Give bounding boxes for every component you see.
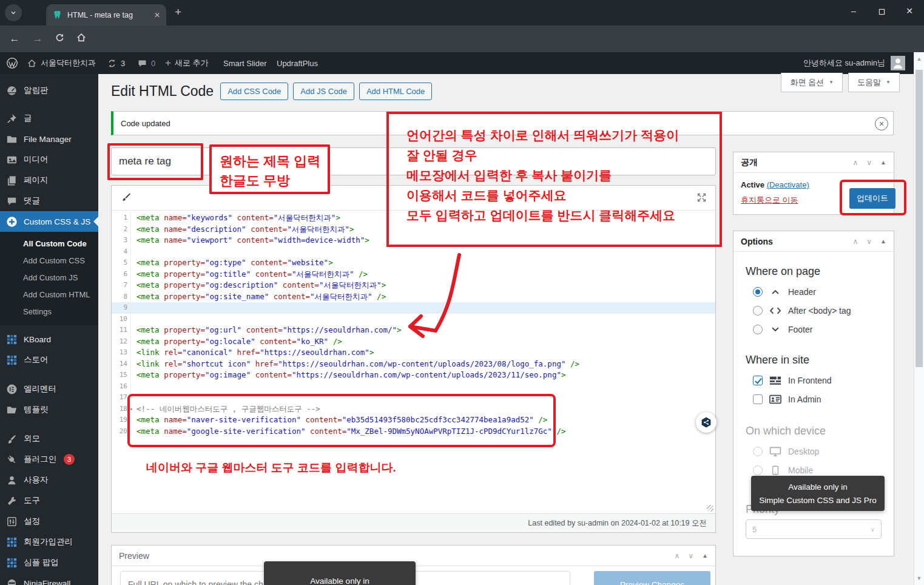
checkbox-in-admin[interactable] [753,394,763,404]
beautify-brush-icon[interactable] [120,192,132,203]
site-menu[interactable]: 서울닥터한치과 [27,52,96,74]
preview-changes-button[interactable]: Preview Changes [594,571,710,585]
smart-slider-menu[interactable]: Smart Slider [223,52,267,74]
sidebar-item-users[interactable]: 사용자 [0,470,98,490]
wp-logo-menu[interactable] [6,52,18,74]
code-line-14[interactable]: 14<link rel="shortcut icon" href="https:… [112,359,715,370]
submenu-item-add-custom-js[interactable]: Add Custom JS [0,269,98,286]
sidebar-item-plugins[interactable]: 플러그인3 [0,449,98,470]
scrollbar-thumb[interactable] [916,70,923,367]
updraftplus-menu[interactable]: UpdraftPlus [277,52,318,74]
tab-close-icon[interactable]: ✕ [154,11,160,19]
move-up-icon[interactable]: ∧ [853,158,858,167]
window-maximize-button[interactable] [872,7,891,17]
sidebar-item-store[interactable]: 스토어 [0,350,98,370]
updates-menu[interactable]: 3 [107,52,125,74]
new-tab-button[interactable]: + [175,5,181,19]
add-css-code-button[interactable]: Add CSS Code [220,83,288,100]
submenu-item-add-custom-html[interactable]: Add Custom HTML [0,286,98,303]
screen-options-tab[interactable]: 화면 옵션▼ [781,73,843,92]
move-down-icon[interactable]: ∨ [866,158,872,167]
window-minimize-button[interactable]: – [845,6,863,16]
add-js-code-button[interactable]: Add JS Code [293,83,354,100]
sidebar-item-ninjafirewall[interactable]: NinjaFirewall [0,573,98,585]
move-down-icon[interactable]: ∨ [866,237,872,246]
annotation-instructions-line: 메모장에서 입력한 후 복사 붙이기를 [406,165,722,185]
editor-resize-handle[interactable] [707,505,713,512]
code-line-13[interactable]: 13<link rel="canonical" href="https://se… [112,347,715,359]
sidebar-item-custom-css-js[interactable]: Custom CSS & JS [0,211,98,232]
sidebar-item-dashboard[interactable]: 알림판 [0,80,98,101]
screen-options-label: 화면 옵션 [790,77,824,88]
avatar [891,56,905,70]
checkbox-in-frontend[interactable] [753,376,763,385]
option-header[interactable]: Header [753,287,882,297]
sidebar-item-membership[interactable]: 회원가입관리 [0,532,98,552]
last-edited-text: Last edited by su-admin on 2024-01-02 at… [528,518,707,529]
scroll-up-arrow[interactable]: ▲ [914,56,924,62]
reload-button[interactable] [53,32,66,44]
sidebar-item-label: 스토어 [24,354,49,365]
pages-icon [6,175,18,186]
tab-search-button[interactable] [5,4,22,21]
my-account-menu[interactable]: 안녕하세요 su-admin님 [803,52,905,74]
scroll-down-arrow[interactable]: ▼ [914,575,924,581]
forward-button[interactable]: → [32,33,44,45]
option-after-body-tag[interactable]: After <body> tag [753,306,882,316]
sidebar-item-posts[interactable]: 글 [0,108,98,129]
move-up-icon[interactable]: ∧ [853,237,858,246]
collapse-toggle-icon[interactable]: ▲ [702,552,708,559]
floating-extension-badge[interactable] [696,412,717,433]
submenu-item-all-custom-code[interactable]: All Custom Code [0,235,98,252]
publish-panel-header[interactable]: 공개 ∧ ∨ ▲ [733,152,894,173]
sidebar-item-simple-popup[interactable]: 심플 팝업 [0,552,98,573]
new-content-menu[interactable]: + 새로 추가 [165,52,209,74]
notice-dismiss-button[interactable]: ✕ [875,117,888,130]
collapse-toggle-icon[interactable]: ▲ [880,238,886,245]
move-to-trash-link[interactable]: 휴지통으로 이동 [741,195,798,206]
sidebar-item-media[interactable]: 미디어 [0,149,98,170]
move-down-icon[interactable]: ∨ [688,552,693,560]
sidebar-item-tools[interactable]: 도구 [0,490,98,511]
sidebar-item-pages[interactable]: 페이지 [0,170,98,191]
page-scrollbar[interactable]: ▲ ▼ [914,52,924,585]
sidebar-item-templates[interactable]: 템플릿 [0,399,98,420]
sidebar-item-comments[interactable]: 댓글 [0,191,98,211]
radio-after-body-tag[interactable] [753,306,763,316]
submenu-item-add-custom-css[interactable]: Add Custom CSS [0,252,98,269]
back-button[interactable]: ← [8,33,21,45]
maximize-icon [878,8,885,15]
option-in-admin[interactable]: In Admin [753,394,882,404]
radio-footer[interactable] [753,325,763,334]
options-panel-header[interactable]: Options ∧ ∨ ▲ [733,231,894,252]
sidebar-item-file-manager[interactable]: File Manager [0,129,98,149]
move-up-icon[interactable]: ∧ [675,552,680,560]
window-close-button[interactable]: ✕ [900,6,919,16]
collapse-toggle-icon[interactable]: ▲ [880,159,886,166]
submenu-item-settings[interactable]: Settings [0,303,98,320]
sidebar-item-appearance[interactable]: 외모 [0,428,98,449]
radio-mobile[interactable] [753,465,763,475]
help-tab[interactable]: 도움말▼ [848,73,900,92]
deactivate-link[interactable]: (Deactivate) [767,180,809,189]
sidebar-item-label: 회원가입관리 [24,536,73,547]
pro-tooltip-device: Available only in Simple Custom CSS and … [751,476,885,511]
code-line-15[interactable]: 15<meta property="og:image" content="htt… [112,370,715,381]
sidebar-item-settings[interactable]: 설정 [0,511,98,532]
browser-tab[interactable]: HTML - meta re tag ✕ [46,4,166,25]
option-in-frontend[interactable]: In Frontend [753,376,882,385]
code-line-16[interactable]: 16 [112,381,715,393]
wordpress-logo-icon [6,57,18,69]
comments-menu[interactable]: 0 [137,52,155,74]
radio-desktop[interactable] [753,447,763,456]
sidebar-item-kboard[interactable]: KBoard [0,329,98,350]
option-mobile[interactable]: Mobile [753,465,882,475]
home-button[interactable] [75,32,87,44]
option-footer[interactable]: Footer [753,325,882,334]
add-html-code-button[interactable]: Add HTML Code [359,83,432,100]
annotation-arrow [383,244,493,347]
radio-header[interactable] [753,287,763,297]
sidebar-item-elementor[interactable]: 엘리멘터 [0,379,98,399]
priority-select[interactable]: 5 ∨ [746,519,882,539]
option-desktop[interactable]: Desktop [753,447,882,456]
